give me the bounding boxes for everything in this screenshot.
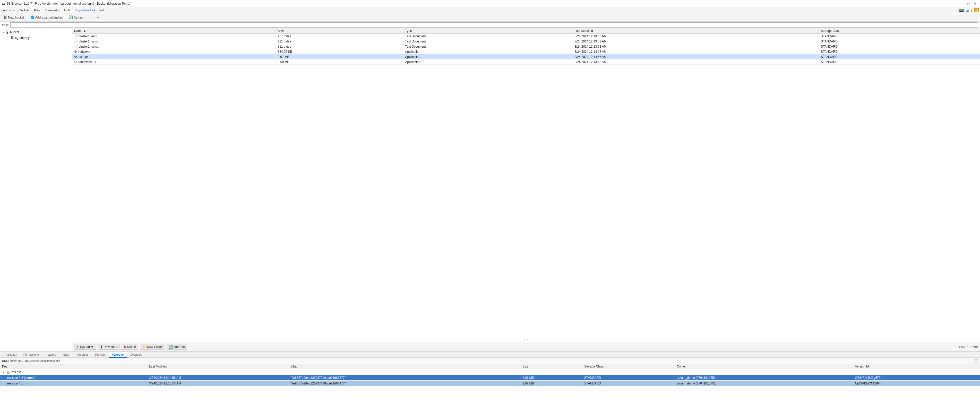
main-area: ▼ 🗄 bucket 🗄 sg-dummy Name ▲ Size Type (0, 28, 980, 352)
menu-upgrade[interactable]: Upgrade to Pro! (73, 8, 97, 12)
col-type[interactable]: Type (403, 28, 573, 34)
upload-icon: ⬆ (76, 345, 79, 349)
file-table-row[interactable]: ⚙s3browser-11... 9.58 MB Application 3/2… (72, 59, 980, 65)
file-modified-cell: 3/24/2024 12:14:56 AM (573, 54, 819, 59)
vcol-etag[interactable]: ETag (288, 364, 520, 369)
new-bucket-label: New bucket (8, 16, 24, 19)
ver-size-cell: 2.07 MB (520, 375, 582, 381)
col-storage[interactable]: Storage Class (819, 28, 980, 34)
vcol-modified[interactable]: Last Modified (147, 364, 288, 369)
vcol-owner[interactable]: Owner (675, 364, 853, 369)
file-panel: Name ▲ Size Type Last Modified Storage C… (72, 28, 980, 352)
file-table-container: Name ▲ Size Type Last Modified Storage C… (72, 28, 980, 338)
menu-bookmarks[interactable]: Bookmarks (43, 8, 61, 12)
file-type-cell: Text Document (403, 44, 573, 49)
file-size-cell: 211 bytes (275, 39, 403, 44)
url-copy-icon[interactable]: 📋 (974, 359, 978, 363)
download-button[interactable]: ⬇ Download (98, 344, 119, 350)
vcol-key[interactable]: Key (0, 364, 147, 369)
toolbar-refresh-label: Refresh (74, 16, 84, 19)
file-type-cell: Application (403, 59, 573, 65)
col-size[interactable]: Size (275, 28, 403, 34)
file-storage-cell: STANDARD (819, 59, 980, 65)
path-input[interactable] (10, 22, 978, 27)
bucket-label: bucket (10, 30, 19, 34)
file-count: 1 file (2.07 MB) (959, 345, 978, 349)
tab-versions[interactable]: Versions (109, 352, 127, 358)
menu-buckets[interactable]: Buckets (17, 8, 32, 12)
tab-preview[interactable]: Preview (92, 352, 108, 358)
vcol-size[interactable]: Size (520, 364, 582, 369)
menu-help[interactable]: Help (97, 8, 107, 12)
close-button[interactable]: ✕ (973, 2, 978, 6)
sg-dummy-icon: 🗄 (11, 36, 14, 40)
maximize-button[interactable]: □ (967, 2, 971, 6)
cloud-icon[interactable]: ☁ (966, 8, 969, 13)
file-table-row[interactable]: ⚙hfs.exe 2.07 MB Application 3/24/2024 1… (72, 54, 980, 59)
download-label: Download (103, 345, 117, 349)
file-table: Name ▲ Size Type Last Modified Storage C… (72, 28, 980, 65)
refresh-button[interactable]: 🔄 Refresh (167, 344, 187, 350)
new-bucket-button[interactable]: 🗄 New bucket (2, 14, 27, 20)
file-name-cell: ⚙hfs.exe (72, 54, 275, 59)
tab-event-log[interactable]: Event log (127, 352, 145, 358)
upload-arrow-icon: ▼ (91, 345, 94, 349)
info-icon[interactable]: ℹ (971, 8, 972, 13)
ver-modified-cell: 3/24/2024 12:13:53 AM (147, 381, 288, 386)
menu-tools[interactable]: Tools (62, 8, 72, 12)
refresh-icon: 🔄 (169, 345, 173, 349)
title-bar: 🗂 S3 Browser 11.6.7 - Free Version (for … (0, 0, 980, 7)
versions-parent-row[interactable]: ▼ 🔒 hfs.exe (0, 369, 980, 375)
minimize-button[interactable]: ─ (960, 2, 964, 6)
path-label: Path: (2, 24, 9, 27)
upload-button[interactable]: ⬆ Upload ▼ (74, 344, 96, 350)
refresh-label: Refresh (174, 345, 185, 349)
sidebar-tree-group: 🗄 sg-dummy (0, 35, 72, 41)
ver-key-cell: revision # 2 (current) (0, 375, 147, 381)
tab-permissions[interactable]: Permissions (20, 352, 42, 358)
file-table-row[interactable]: 📄cluster1_svm... 211 bytes Text Document… (72, 44, 980, 49)
versions-row[interactable]: revision # 1 3/24/2024 12:13:53 AM "9e85… (0, 381, 980, 386)
file-table-row[interactable]: 📄cluster1_dem... 157 bytes Text Document… (72, 34, 980, 39)
ver-owner-cell: tenant_demo (27041610751... (675, 375, 853, 381)
keyboard-icon[interactable]: ⌨ (958, 8, 964, 13)
file-size-cell: 9.58 MB (275, 59, 403, 65)
edit-icon[interactable]: ✏ (97, 16, 100, 19)
sg-dummy-label: sg-dummy (15, 36, 30, 40)
menu-accounts[interactable]: Accounts (1, 8, 17, 12)
file-modified-cell: 3/24/2024 12:13:53 AM (573, 34, 819, 39)
sidebar-item-bucket[interactable]: ▼ 🗄 bucket (0, 29, 72, 35)
delete-icon: ✖ (123, 345, 126, 349)
file-storage-cell: STANDARD (819, 54, 980, 59)
toolbar-refresh-icon: 🔄 (69, 16, 73, 19)
file-table-row[interactable]: ⚙putty.exe 834.05 KB Application 3/24/20… (72, 49, 980, 54)
toolbar-refresh-button[interactable]: 🔄 Refresh (67, 14, 87, 20)
menu-files[interactable]: Files (32, 8, 42, 12)
signal-icon[interactable]: 📶 (974, 8, 979, 13)
file-size-cell: 211 bytes (275, 44, 403, 49)
url-value: http://192.168.0.80:8080/bucket/hfs.exe (10, 359, 972, 362)
add-external-label: Add external bucket (35, 16, 62, 19)
tab-tasks[interactable]: Tasks (1) (2, 352, 20, 358)
add-external-icon: 🪣 (30, 16, 35, 19)
col-modified[interactable]: Last Modified (573, 28, 819, 34)
sidebar-item-sg-dummy[interactable]: 🗄 sg-dummy (5, 35, 72, 41)
file-storage-cell: STANDARD (819, 44, 980, 49)
col-name[interactable]: Name ▲ (72, 28, 275, 34)
new-folder-button[interactable]: 📁 New Folder (140, 344, 165, 350)
file-modified-cell: 3/24/2024 12:13:53 AM (573, 44, 819, 49)
delete-button[interactable]: ✖ Delete (121, 344, 138, 350)
versions-row[interactable]: revision # 2 (current) 3/24/2024 12:14:5… (0, 375, 980, 381)
tab-headers[interactable]: Headers (43, 352, 59, 358)
vcol-version-id[interactable]: Version Id (853, 364, 980, 369)
tab-tags[interactable]: Tags (60, 352, 72, 358)
add-external-bucket-button[interactable]: 🪣 Add external bucket (28, 14, 65, 20)
bookmark-star-icon[interactable]: ☆ (92, 16, 95, 19)
file-table-row[interactable]: 📄cluster1_svm... 211 bytes Text Document… (72, 39, 980, 44)
separator-dots: • • • (72, 338, 980, 342)
bucket-folder-icon: 🗄 (6, 30, 9, 34)
download-icon: ⬇ (100, 345, 103, 349)
vcol-storage[interactable]: Storage Class (582, 364, 675, 369)
file-action-bar: ⬆ Upload ▼ ⬇ Download ✖ Delete 📁 New Fol… (72, 342, 980, 352)
tab-properties[interactable]: Properties (72, 352, 91, 358)
